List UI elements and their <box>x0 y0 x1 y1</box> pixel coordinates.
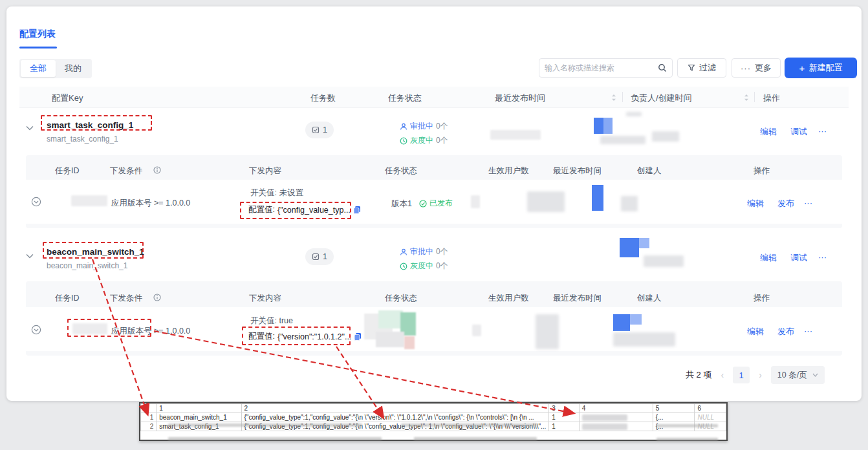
config-value-label: 配置值: <box>248 331 275 342</box>
filter-button[interactable]: 过滤 <box>677 58 726 78</box>
tab-underline <box>19 47 57 48</box>
info-icon[interactable] <box>153 166 161 174</box>
debug-link[interactable]: 调试 <box>790 252 807 264</box>
col-config-key: 配置Key <box>52 92 83 104</box>
search-input[interactable] <box>545 63 658 72</box>
switch-value-text: 开关值: 未设置 <box>250 188 303 198</box>
sheet-cell-flag[interactable]: 1 <box>549 413 579 422</box>
task-count-value: 1 <box>323 252 327 261</box>
creator-redacted <box>613 332 675 347</box>
caret-down-icon <box>812 373 818 377</box>
next-page-icon[interactable]: › <box>759 370 762 380</box>
sheet-cell-flag[interactable]: 1 <box>549 422 579 431</box>
switch-value-text: 开关值: true <box>250 316 293 327</box>
more-button[interactable]: ··· 更多 <box>732 58 781 78</box>
config-value-label: 配置值: <box>248 204 275 215</box>
sort-icon[interactable] <box>611 94 616 102</box>
status-gray-release: 灰度中 0个 <box>400 261 448 272</box>
sheet-cell-json[interactable]: {"config_value_type":1,"config_value":"{… <box>241 413 549 422</box>
owner-redacted <box>626 112 642 116</box>
col-actions: 操作 <box>763 92 780 104</box>
sub-more-link[interactable]: ··· <box>804 198 812 208</box>
clock-icon <box>400 137 407 145</box>
tab-config-list[interactable]: 配置列表 <box>19 28 56 40</box>
config-list-card: 配置列表 全部 我的 过滤 ··· 更多 + 新建配置 配置Key 任务数 任务… <box>6 6 862 401</box>
subcol-publish: 最近发布时间 <box>553 166 602 177</box>
owner-time-redacted <box>600 136 646 144</box>
config-key-link[interactable]: smart_task_config_1 <box>47 120 133 130</box>
clock-icon <box>400 262 407 270</box>
expand-circle-icon[interactable] <box>31 325 41 335</box>
task-count-badge: 1 <box>305 248 334 265</box>
creator-avatar <box>592 185 603 211</box>
page-size-select[interactable]: 10 条/页 <box>771 366 825 384</box>
more-label: 更多 <box>755 62 772 74</box>
subcol-task-id: 任务ID <box>55 166 80 177</box>
edit-link[interactable]: 编辑 <box>760 126 777 138</box>
prev-page-icon[interactable]: ‹ <box>721 370 724 380</box>
clipboard-count-icon <box>312 126 320 134</box>
person-icon <box>400 123 407 131</box>
sheet-cell-redacted[interactable] <box>579 413 653 422</box>
chevron-down-icon[interactable] <box>26 125 34 131</box>
sheet-cell-redacted[interactable] <box>579 422 653 431</box>
sheet-redacted-line <box>414 437 537 440</box>
header-divider <box>754 92 755 102</box>
config-key-link[interactable]: beacon_main_switch_1 <box>47 247 144 257</box>
sub-publish-link[interactable]: 发布 <box>777 198 794 209</box>
subcol-task-id: 任务ID <box>55 293 80 304</box>
copy-icon[interactable] <box>353 206 361 214</box>
subcol-actions: 操作 <box>754 166 770 177</box>
sheet-header-row: 1 2 3 4 5 6 <box>141 404 726 413</box>
plus-icon: + <box>799 63 805 73</box>
status-approving-label: 审批中 <box>410 246 433 257</box>
version-text: 版本1 <box>391 198 412 209</box>
debug-link[interactable]: 调试 <box>790 126 807 138</box>
search-icon[interactable] <box>658 63 667 72</box>
sheet-redacted-line <box>401 423 537 427</box>
config-key-sub: smart_task_config_1 <box>47 134 118 144</box>
clipboard-count-icon <box>312 253 320 261</box>
row-more-link[interactable]: ··· <box>818 252 827 262</box>
subcol-condition: 下发条件 <box>110 293 142 304</box>
new-config-button[interactable]: + 新建配置 <box>785 58 857 78</box>
chevron-down-icon[interactable] <box>26 253 34 259</box>
table-header: 配置Key 任务数 任务状态 最近发布时间 负责人/创建时间 操作 <box>19 87 849 108</box>
users-redacted <box>471 195 480 208</box>
sub-edit-link[interactable]: 编辑 <box>747 198 764 209</box>
sheet-redacted-line <box>168 437 382 440</box>
status-gray-release: 灰度中 0个 <box>400 135 448 146</box>
sub-edit-link[interactable]: 编辑 <box>747 326 764 338</box>
col-task-count: 任务数 <box>310 92 336 104</box>
subtable-panel: 任务ID 下发条件 下发内容 任务状态 生效用户数 最近发布时间 创建人 操作 <box>26 281 842 356</box>
config-value-text: {"version":"1.0.1.2"... <box>277 332 351 341</box>
segment-mine[interactable]: 我的 <box>56 60 91 77</box>
status-approving-label: 审批中 <box>410 121 433 132</box>
sheet-redacted-line <box>656 438 718 441</box>
segment-all[interactable]: 全部 <box>21 60 56 77</box>
sheet-cell-json2[interactable]: {... <box>653 413 695 422</box>
sort-icon[interactable] <box>744 94 749 102</box>
database-sheet: 1 2 3 4 5 6 1 beacon_main_switch_1 {"con… <box>139 402 728 441</box>
info-icon[interactable] <box>153 294 161 301</box>
status-gray-label: 灰度中 <box>410 135 433 146</box>
current-page[interactable]: 1 <box>733 367 750 383</box>
config-value-text: {"config_value_typ... <box>277 206 351 215</box>
row-more-link[interactable]: ··· <box>818 126 827 136</box>
col-owner[interactable]: 负责人/创建时间 <box>631 92 692 104</box>
sheet-col-5: 5 <box>653 404 695 413</box>
sheet-cell-null[interactable]: NULL <box>695 413 726 422</box>
sheet-col-1: 1 <box>157 404 241 413</box>
sheet-row[interactable]: 1 beacon_main_switch_1 {"config_value_ty… <box>141 413 726 422</box>
sub-publish-link[interactable]: 发布 <box>777 326 794 338</box>
sub-more-link[interactable]: ··· <box>804 326 812 336</box>
edit-link[interactable]: 编辑 <box>760 252 777 264</box>
col-publish-time[interactable]: 最近发布时间 <box>495 92 545 104</box>
subcol-actions: 操作 <box>754 293 770 304</box>
expand-circle-icon[interactable] <box>31 197 41 207</box>
status-gray-count: 0个 <box>436 261 448 272</box>
sub-publish-redacted <box>527 191 565 212</box>
users-redacted <box>472 325 481 336</box>
copy-icon[interactable] <box>354 332 362 341</box>
sheet-cell-key[interactable]: beacon_main_switch_1 <box>157 413 241 422</box>
